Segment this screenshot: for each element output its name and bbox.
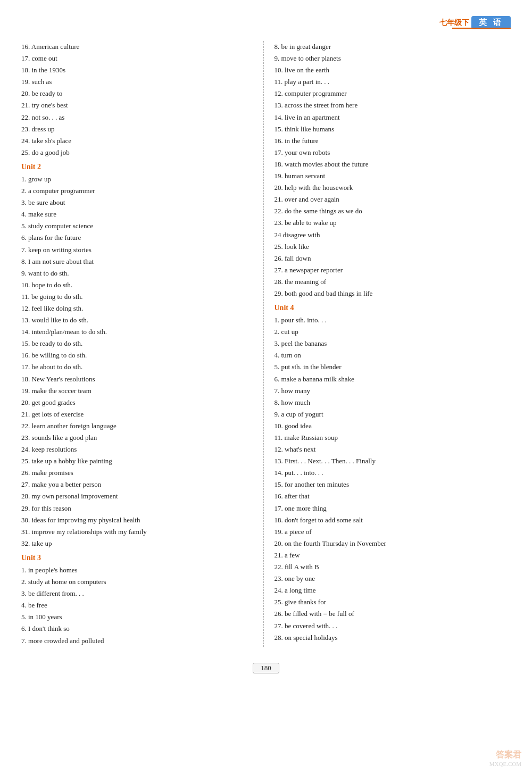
list-item: 27. make you a better person [21, 479, 253, 490]
list-item: 9. want to do sth. [21, 268, 253, 279]
list-item: 22. learn another foreign language [21, 420, 253, 432]
list-item: 23. one by one [275, 573, 506, 585]
list-item: 15. for another ten minutes [275, 479, 506, 490]
list-item: 26. fall down [275, 253, 506, 264]
list-item: 7. keep on writing stories [21, 244, 253, 256]
list-item: 15. think like humans [275, 123, 506, 135]
list-item: 3. peel the bananas [275, 338, 506, 349]
list-item: 13. across the street from here [275, 99, 506, 111]
list-item: 29. both good and bad things in life [275, 288, 506, 299]
content-columns: 16. American culture17. come out18. in t… [21, 41, 511, 647]
watermark-url: MXQE.COM [489, 761, 521, 767]
list-item: 17. be about to do sth. [21, 361, 253, 373]
list-item: 11. be going to do sth. [21, 291, 253, 303]
list-item: 12. feel like doing sth. [21, 303, 253, 314]
list-item: 28. the meaning of [275, 276, 506, 288]
list-item: 25. give thanks for [275, 596, 506, 608]
list-item: 2. cut up [275, 326, 506, 338]
list-item: 21. try one's best [21, 99, 253, 111]
list-item: 23. sounds like a good plan [21, 432, 253, 444]
watermark-logo: 答案君 [489, 749, 521, 761]
list-item: 6. plans for the future [21, 232, 253, 244]
list-item: 29. for this reason [21, 503, 253, 514]
list-item: 16. after that [275, 490, 506, 502]
list-item: 4. make sure [21, 209, 253, 220]
list-item: 6. make a banana milk shake [275, 373, 506, 385]
list-item: 19. a piece of [275, 526, 506, 538]
unit-title: Unit 4 [275, 304, 506, 312]
list-item: 11. play a part in. . . [275, 76, 506, 88]
list-item: 5. in 100 years [21, 611, 253, 623]
list-item: 30. ideas for improving my physical heal… [21, 514, 253, 526]
list-item: 10. hope to do sth. [21, 279, 253, 291]
list-item: 18. in the 1930s [21, 64, 253, 76]
list-item: 1. grow up [21, 173, 253, 185]
list-item: 11. make Russian soup [275, 432, 506, 444]
list-item: 20. get good grades [21, 397, 253, 409]
list-item: 5. put sth. in the blender [275, 361, 506, 373]
list-item: 23. dress up [21, 123, 253, 135]
unit-title: Unit 2 [21, 163, 253, 171]
list-item: 22. do the same things as we do [275, 205, 506, 217]
list-item: 8. how much [275, 397, 506, 409]
list-item: 22. fill A with B [275, 561, 506, 573]
left-column: 16. American culture17. come out18. in t… [21, 41, 264, 647]
list-item: 16. in the future [275, 135, 506, 147]
list-item: 17. one more thing [275, 503, 506, 514]
list-item: 23. be able to wake up [275, 217, 506, 229]
list-item: 7. how many [275, 385, 506, 397]
list-item: 24 disagree with [275, 229, 506, 241]
list-item: 16. be willing to do sth. [21, 349, 253, 361]
list-item: 3. be different from. . . [21, 588, 253, 599]
list-item: 14. live in an apartment [275, 112, 506, 123]
header: 七年级下 英 语 [21, 16, 511, 31]
list-item: 19. human servant [275, 170, 506, 182]
list-item: 24. a long time [275, 585, 506, 596]
list-item: 12. computer programmer [275, 88, 506, 99]
list-item: 20. help with the housework [275, 182, 506, 194]
page-number-area: 180 [21, 663, 511, 673]
list-item: 14. put. . . into. . . [275, 467, 506, 479]
list-item: 27. a newspaper reporter [275, 264, 506, 276]
list-item: 10. live on the earth [275, 64, 506, 76]
list-item: 18. watch movies about the future [275, 159, 506, 170]
list-item: 20. be ready to [21, 88, 253, 99]
list-item: 10. good idea [275, 420, 506, 432]
list-item: 31. improve my relationships with my fam… [21, 526, 253, 538]
page-container: 七年级下 英 语 16. American culture17. come ou… [0, 0, 532, 783]
list-item: 5. study computer science [21, 220, 253, 232]
list-item: 8. be in great danger [275, 41, 506, 53]
list-item: 13. would like to do sth. [21, 314, 253, 326]
list-item: 3. be sure about [21, 197, 253, 209]
list-item: 18. don't forget to add some salt [275, 514, 506, 526]
list-item: 25. look like [275, 241, 506, 253]
list-item: 32. take up [21, 538, 253, 549]
list-item: 19. such as [21, 76, 253, 88]
list-item: 15. be ready to do sth. [21, 338, 253, 349]
list-item: 20. on the fourth Thursday in November [275, 538, 506, 549]
list-item: 19. make the soccer team [21, 385, 253, 397]
list-item: 7. more crowded and polluted [21, 635, 253, 647]
list-item: 25. take up a hobby like painting [21, 455, 253, 467]
list-item: 22. not so. . . as [21, 112, 253, 123]
list-item: 24. take sb's place [21, 135, 253, 147]
list-item: 24. keep resolutions [21, 444, 253, 455]
list-item: 4. turn on [275, 349, 506, 361]
list-item: 16. American culture [21, 41, 253, 53]
list-item: 9. a cup of yogurt [275, 409, 506, 420]
list-item: 21. get lots of exercise [21, 409, 253, 420]
list-item: 6. I don't think so [21, 623, 253, 635]
list-item: 1. pour sth. into. . . [275, 314, 506, 326]
page-number: 180 [253, 663, 279, 673]
list-item: 21. over and over again [275, 194, 506, 205]
list-item: 2. study at home on computers [21, 576, 253, 588]
grade-label: 七年级下 [439, 18, 469, 28]
list-item: 28. on special holidays [275, 632, 506, 644]
list-item: 4. be free [21, 599, 253, 611]
right-column: 8. be in great danger9. move to other pl… [264, 41, 511, 647]
unit-title: Unit 3 [21, 554, 253, 562]
list-item: 21. a few [275, 549, 506, 561]
list-item: 25. do a good job [21, 147, 253, 159]
list-item: 26. make promises [21, 467, 253, 479]
list-item: 13. First. . . Next. . . Then. . . Final… [275, 455, 506, 467]
